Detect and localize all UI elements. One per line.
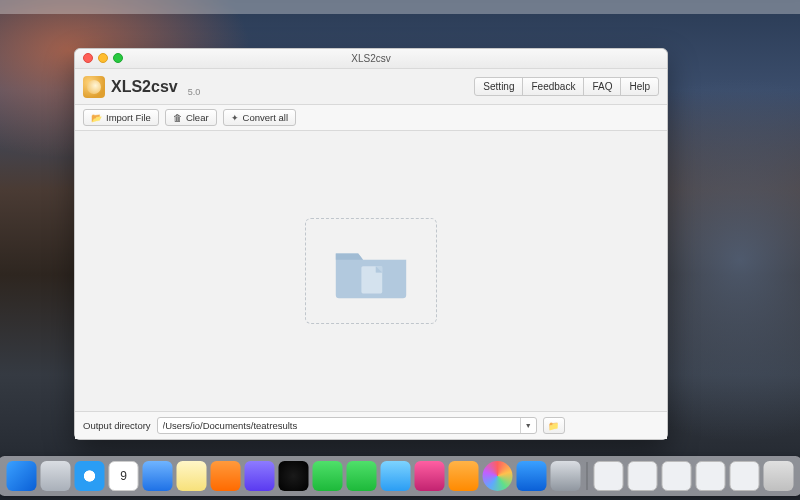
titlebar[interactable]: XLS2csv (75, 49, 667, 69)
header-bar: XLS2csv 5.0 Setting Feedback FAQ Help (75, 69, 667, 105)
dock-maps-icon[interactable] (381, 461, 411, 491)
dropzone[interactable] (305, 218, 437, 324)
dock-mail-icon[interactable] (143, 461, 173, 491)
close-button[interactable] (83, 53, 93, 63)
dock-launchpad-icon[interactable] (41, 461, 71, 491)
clear-button[interactable]: 🗑 Clear (165, 109, 217, 126)
dock-ibooks-icon[interactable] (449, 461, 479, 491)
dock-minimized-4[interactable] (696, 461, 726, 491)
output-directory-dropdown[interactable]: ▼ (520, 418, 536, 433)
output-directory-label: Output directory (83, 420, 151, 431)
app-window: XLS2csv XLS2csv 5.0 Setting Feedback FAQ… (74, 48, 668, 440)
app-logo-icon (83, 76, 105, 98)
maximize-button[interactable] (113, 53, 123, 63)
feedback-button[interactable]: Feedback (522, 77, 584, 96)
dock-safari-icon[interactable] (75, 461, 105, 491)
import-file-button[interactable]: 📂 Import File (83, 109, 159, 126)
macos-menubar (0, 0, 800, 14)
output-directory-field[interactable]: ▼ (157, 417, 537, 434)
chevron-down-icon: ▼ (525, 422, 532, 429)
dock-siri-icon[interactable] (279, 461, 309, 491)
dock-photos-icon[interactable] (483, 461, 513, 491)
dock-trash-icon[interactable] (764, 461, 794, 491)
dock-appstore-icon[interactable] (517, 461, 547, 491)
dock-messages-icon[interactable] (347, 461, 377, 491)
output-directory-input[interactable] (158, 420, 520, 431)
dock-calendar-icon[interactable]: 9 (109, 461, 139, 491)
dock-finder-icon[interactable] (7, 461, 37, 491)
footer-bar: Output directory ▼ 📁 (75, 411, 667, 439)
header-button-group: Setting Feedback FAQ Help (474, 77, 659, 96)
dock-itunes-icon[interactable] (415, 461, 445, 491)
help-button[interactable]: Help (620, 77, 659, 96)
wand-icon: ✦ (231, 113, 239, 123)
macos-dock[interactable]: 9 (0, 456, 800, 496)
dock-app1-icon[interactable] (245, 461, 275, 491)
browse-folder-button[interactable]: 📁 (543, 417, 565, 434)
setting-button[interactable]: Setting (474, 77, 523, 96)
content-area[interactable] (75, 131, 667, 411)
dock-pages-icon[interactable] (211, 461, 241, 491)
trash-icon: 🗑 (173, 113, 182, 123)
dock-minimized-1[interactable] (594, 461, 624, 491)
dock-minimized-2[interactable] (628, 461, 658, 491)
minimize-button[interactable] (98, 53, 108, 63)
dock-preferences-icon[interactable] (551, 461, 581, 491)
convert-all-label: Convert all (243, 112, 288, 123)
import-file-label: Import File (106, 112, 151, 123)
dock-minimized-3[interactable] (662, 461, 692, 491)
app-name: XLS2csv (111, 78, 178, 96)
traffic-lights (83, 53, 123, 63)
dock-minimized-5[interactable] (730, 461, 760, 491)
faq-button[interactable]: FAQ (583, 77, 621, 96)
app-version: 5.0 (188, 87, 201, 104)
folder-open-icon: 📁 (548, 421, 559, 431)
import-icon: 📂 (91, 113, 102, 123)
convert-all-button[interactable]: ✦ Convert all (223, 109, 296, 126)
dock-facetime-icon[interactable] (313, 461, 343, 491)
folder-document-icon (331, 239, 411, 303)
clear-label: Clear (186, 112, 209, 123)
toolbar: 📂 Import File 🗑 Clear ✦ Convert all (75, 105, 667, 131)
window-title: XLS2csv (351, 53, 390, 64)
dock-separator (587, 462, 588, 490)
dock-notes-icon[interactable] (177, 461, 207, 491)
